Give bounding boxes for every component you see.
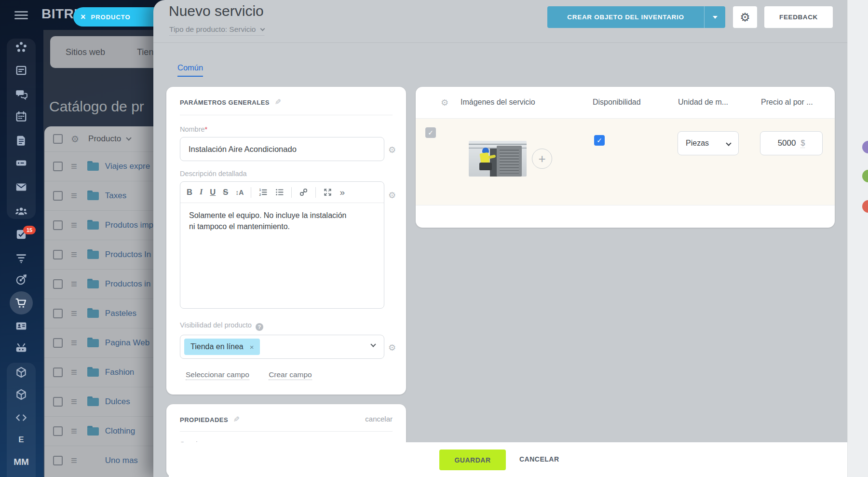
column-availability[interactable]: Disponibilidad xyxy=(593,98,641,107)
select-field-link[interactable]: Seleccionar campo xyxy=(186,370,249,380)
people-icon[interactable] xyxy=(15,205,27,218)
drag-handle-icon[interactable]: ≡ xyxy=(71,220,77,231)
cancel-button[interactable]: CANCELAR xyxy=(519,455,559,463)
description-editor[interactable]: B I U S ↕A 12 » Solamente el equipo. No … xyxy=(180,181,384,309)
bullet-list-icon[interactable] xyxy=(275,188,284,197)
column-header-producto[interactable]: Producto xyxy=(88,134,121,144)
create-button-dropdown[interactable] xyxy=(704,6,725,28)
feedback-button[interactable]: FEEDBACK xyxy=(764,6,833,28)
select-all-checkbox[interactable] xyxy=(53,134,63,144)
field-settings-gear-icon[interactable]: ⚙ xyxy=(388,342,396,353)
ordered-list-icon[interactable]: 12 xyxy=(258,188,268,197)
fullscreen-icon[interactable] xyxy=(323,188,332,197)
new-service-slider: Nuevo servicio Tipo de producto: Servici… xyxy=(153,0,868,477)
tab-comun[interactable]: Común xyxy=(177,63,203,77)
drag-handle-icon[interactable]: ≡ xyxy=(71,249,77,260)
availability-checkbox[interactable]: ✓ xyxy=(594,135,605,146)
notification-bubble-red[interactable] xyxy=(862,200,868,213)
product-type-selector[interactable]: Tipo de producto: Servicio xyxy=(169,25,264,36)
feed-icon[interactable] xyxy=(15,64,27,77)
edit-pencil-icon[interactable]: ✎ xyxy=(233,415,240,424)
row-checkbox[interactable] xyxy=(53,368,63,377)
drive-icon[interactable] xyxy=(15,157,27,169)
notification-bubble-green[interactable] xyxy=(862,170,868,182)
row-selected-checkbox[interactable]: ✓ xyxy=(425,127,436,138)
row-checkbox[interactable] xyxy=(53,279,63,289)
help-icon[interactable]: ? xyxy=(256,323,263,331)
font-size-icon[interactable]: ↕A xyxy=(235,189,244,196)
tab-tienda[interactable]: Tien xyxy=(137,47,153,57)
drag-handle-icon[interactable]: ≡ xyxy=(71,455,77,466)
user-avatar-initials[interactable]: MM xyxy=(14,457,29,467)
strikethrough-icon[interactable]: S xyxy=(223,188,228,196)
remove-chip-icon[interactable]: × xyxy=(250,343,254,351)
row-checkbox[interactable] xyxy=(53,191,63,201)
row-checkbox[interactable] xyxy=(53,426,63,436)
drag-handle-icon[interactable]: ≡ xyxy=(71,338,77,348)
row-checkbox[interactable] xyxy=(53,250,63,259)
drag-handle-icon[interactable]: ≡ xyxy=(71,191,77,201)
drag-handle-icon[interactable]: ≡ xyxy=(71,308,77,319)
drag-handle-icon[interactable]: ≡ xyxy=(71,279,77,289)
row-checkbox[interactable] xyxy=(53,338,63,348)
marketing-target-icon[interactable] xyxy=(15,273,27,286)
folder-icon xyxy=(87,192,99,200)
mail-icon[interactable] xyxy=(15,181,27,193)
inventory-cube-icon[interactable] xyxy=(15,388,27,401)
currency-selector[interactable]: $ xyxy=(800,139,805,148)
bold-icon[interactable]: B xyxy=(187,188,192,196)
hamburger-menu-icon[interactable] xyxy=(14,11,28,21)
row-checkbox[interactable] xyxy=(53,397,63,407)
calendar-icon[interactable] xyxy=(15,110,27,123)
contact-card-icon[interactable] xyxy=(15,320,27,332)
underline-icon[interactable]: U xyxy=(210,188,216,196)
field-settings-gear-icon[interactable]: ⚙ xyxy=(388,190,396,201)
create-field-link[interactable]: Crear campo xyxy=(269,370,312,380)
shop-cart-icon[interactable] xyxy=(15,297,27,309)
tab-sitios-web[interactable]: Sitios web xyxy=(66,47,105,57)
product-tab-chip[interactable]: × PRODUCTO xyxy=(73,7,160,27)
collab-icon[interactable] xyxy=(15,41,27,54)
price-input[interactable]: 5000 $ xyxy=(760,131,823,155)
close-icon[interactable]: × xyxy=(81,13,86,21)
folder-icon xyxy=(87,310,99,318)
visibility-label: Visibilidad del producto? xyxy=(180,321,263,331)
grid-settings-gear-icon[interactable]: ⚙ xyxy=(71,134,79,145)
unit-of-measure-select[interactable]: Piezas xyxy=(678,131,739,155)
edit-pencil-icon[interactable]: ✎ xyxy=(274,97,281,107)
developer-code-icon[interactable] xyxy=(15,411,27,424)
service-image-thumbnail[interactable] xyxy=(469,141,527,177)
field-settings-gear-icon[interactable]: ⚙ xyxy=(388,145,396,155)
italic-icon[interactable]: I xyxy=(200,188,203,196)
save-button[interactable]: GUARDAR xyxy=(439,450,506,470)
column-images[interactable]: Imágenes del servicio xyxy=(461,98,535,107)
add-image-button[interactable]: + xyxy=(532,149,552,169)
cancel-edit-link[interactable]: cancelar xyxy=(365,415,393,423)
section-heading: PARÁMETROS GENERALES✎ xyxy=(180,97,281,107)
slider-settings-button[interactable]: ⚙ xyxy=(733,6,757,28)
drag-handle-icon[interactable]: ≡ xyxy=(71,161,77,172)
grid-settings-gear-icon[interactable]: ⚙ xyxy=(441,97,448,108)
extranet-item[interactable]: E xyxy=(18,435,24,445)
drag-handle-icon[interactable]: ≡ xyxy=(71,396,77,407)
name-input[interactable]: Instalación Aire Acondicionado xyxy=(180,137,384,161)
row-checkbox[interactable] xyxy=(53,162,63,171)
more-tools-icon[interactable]: » xyxy=(339,188,345,197)
column-unit[interactable]: Unidad de m... xyxy=(678,98,728,107)
description-text[interactable]: Solamente el equipo. No incluye la insta… xyxy=(180,203,356,239)
create-inventory-object-button[interactable]: CREAR OBJETO DEL INVENTARIO xyxy=(547,6,725,28)
notification-bubble-purple[interactable] xyxy=(862,141,868,153)
column-price[interactable]: Precio al por ... xyxy=(761,98,813,107)
drag-handle-icon[interactable]: ≡ xyxy=(71,367,77,378)
row-checkbox[interactable] xyxy=(53,220,63,230)
row-checkbox[interactable] xyxy=(53,456,63,465)
visibility-select[interactable]: Tienda en línea× xyxy=(180,335,384,359)
document-icon[interactable] xyxy=(15,135,27,147)
link-icon[interactable] xyxy=(299,188,308,197)
robot-icon[interactable] xyxy=(15,342,27,354)
drag-handle-icon[interactable]: ≡ xyxy=(71,426,77,436)
crm-funnel-icon[interactable] xyxy=(15,251,27,264)
chat-icon[interactable] xyxy=(15,88,27,101)
row-checkbox[interactable] xyxy=(53,309,63,318)
catalog-cube-icon[interactable] xyxy=(15,366,27,379)
